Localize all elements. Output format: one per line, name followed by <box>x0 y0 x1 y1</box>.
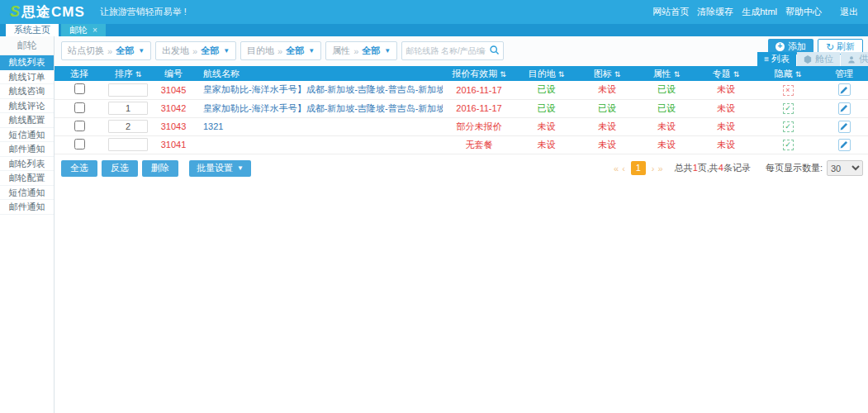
view-button-2[interactable]: 供应商 <box>841 52 868 66</box>
sort-icon[interactable]: ⇅ <box>135 70 142 78</box>
sort-input[interactable] <box>108 102 148 115</box>
sidebar-item-2[interactable]: 航线咨询 <box>0 84 54 99</box>
sidebar-item-8[interactable]: 邮轮配置 <box>0 171 54 186</box>
route-code: 31045 <box>161 85 187 95</box>
routes-table: 选择排序⇅编号航线名称报价有效期⇅目的地⇅图标⇅属性⇅专题⇅隐藏⇅管理 3104… <box>55 66 868 154</box>
sort-icon[interactable]: ⇅ <box>500 70 506 78</box>
tabstrip: 系统主页邮轮× <box>0 24 868 36</box>
filter-dropdown-3[interactable]: 属性»全部▼ <box>325 41 397 60</box>
chevron-down-icon: ▼ <box>384 47 391 55</box>
sidebar-item-6[interactable]: 邮件通知 <box>0 142 54 157</box>
sidebar-item-7[interactable]: 邮轮列表 <box>0 157 54 172</box>
per-page-select[interactable]: 30 <box>827 160 863 176</box>
column-header-6[interactable]: 图标⇅ <box>577 66 637 81</box>
sidebar-item-5[interactable]: 短信通知 <box>0 128 54 143</box>
sidebar-item-0[interactable]: 航线列表 <box>0 55 54 70</box>
batch-settings-button[interactable]: 批量设置▼ <box>189 160 251 177</box>
column-header-8[interactable]: 专题⇅ <box>696 66 756 81</box>
search-box <box>401 41 504 60</box>
filter-dropdown-0[interactable]: 站点切换»全部▼ <box>61 41 151 60</box>
edit-icon[interactable] <box>838 121 851 133</box>
column-header-7[interactable]: 属性⇅ <box>637 66 696 81</box>
sort-icon[interactable]: ⇅ <box>558 70 565 78</box>
current-page-button[interactable]: 1 <box>631 161 646 175</box>
sidebar-item-4[interactable]: 航线配置 <box>0 113 54 128</box>
table-row: 31042 皇家加勒比-海洋水手号】成都-新加坡-吉隆坡-普吉岛-新加坡-成都 … <box>55 99 868 117</box>
edit-icon[interactable] <box>838 83 851 96</box>
validity-value: 无套餐 <box>466 140 493 150</box>
view-button-0[interactable]: ≡列表 <box>757 52 796 66</box>
bulk-button-0[interactable]: 全选 <box>61 160 97 177</box>
next-page-button[interactable]: › <box>652 164 655 173</box>
sidebar-item-10[interactable]: 邮件通知 <box>0 200 54 215</box>
icon-status: 未设 <box>598 140 616 150</box>
search-icon[interactable] <box>489 45 500 58</box>
first-page-button[interactable]: « <box>614 164 619 173</box>
sort-input[interactable] <box>108 83 148 97</box>
tab-0[interactable]: 系统主页 <box>6 24 59 36</box>
topbar-link-4[interactable]: 退出 <box>840 6 858 18</box>
chevron-down-icon: ▼ <box>138 47 145 55</box>
edit-icon[interactable] <box>838 139 851 151</box>
topbar-link-3[interactable]: 帮助中心 <box>785 6 822 18</box>
sort-icon[interactable]: ⇅ <box>614 70 621 78</box>
topbar: S 思途CMS 让旅游营销轻而易举 ! 网站首页清除缓存生成html帮助中心退出 <box>0 0 868 24</box>
search-input[interactable] <box>402 46 489 55</box>
column-header-5[interactable]: 目的地⇅ <box>515 66 577 81</box>
sidebar-item-9[interactable]: 短信通知 <box>0 186 54 201</box>
destination-status: 未设 <box>538 140 556 150</box>
bulk-actions: 全选反选删除 <box>61 160 183 177</box>
logo-icon: S <box>10 3 21 21</box>
route-name-link[interactable]: 皇家加勒比-海洋水手号】成都-新加坡-吉隆坡-普吉岛-新加坡-成都 5晚6日游 <box>203 84 443 94</box>
destination-status: 未设 <box>538 121 556 131</box>
filter-dropdown-1[interactable]: 出发地»全部▼ <box>155 41 236 60</box>
view-button-1[interactable]: 舱位 <box>797 52 840 66</box>
topic-status: 未设 <box>717 84 735 94</box>
filter-dropdown-2[interactable]: 目的地»全部▼ <box>240 41 321 60</box>
edit-icon[interactable] <box>838 102 851 115</box>
table-row: 31043 1321 部分未报价 未设 未设 未设 未设 ✓ <box>55 117 868 135</box>
per-page-label: 每页显示数量: <box>766 162 823 174</box>
sidebar-item-3[interactable]: 航线评论 <box>0 99 54 114</box>
row-checkbox[interactable] <box>74 121 85 131</box>
sidebar-item-1[interactable]: 航线订单 <box>0 70 54 85</box>
column-header-1[interactable]: 排序⇅ <box>104 66 152 81</box>
hidden-check-icon[interactable]: ✓ <box>783 140 794 150</box>
hidden-x-icon[interactable]: × <box>783 85 794 96</box>
route-code: 31042 <box>161 103 187 113</box>
column-header-4[interactable]: 报价有效期⇅ <box>443 66 515 81</box>
column-header-9[interactable]: 隐藏⇅ <box>756 66 820 81</box>
sort-input[interactable] <box>108 120 148 133</box>
last-page-button[interactable]: » <box>658 164 663 173</box>
row-checkbox[interactable] <box>74 83 85 94</box>
table-footer: 全选反选删除 批量设置▼ « ‹ 1 › » 总共1页,共4条记录 每页显示数量… <box>55 160 868 177</box>
sort-icon[interactable]: ⇅ <box>795 70 802 78</box>
toolbar: 站点切换»全部▼出发地»全部▼目的地»全部▼属性»全部▼ +添加 ↻刷新 ≡列表… <box>55 36 868 66</box>
bulk-button-1[interactable]: 反选 <box>102 160 138 177</box>
sort-icon[interactable]: ⇅ <box>674 70 681 78</box>
topbar-link-1[interactable]: 清除缓存 <box>697 6 733 18</box>
destination-status: 已设 <box>538 103 556 113</box>
row-checkbox[interactable] <box>74 139 85 150</box>
topic-status: 未设 <box>717 103 735 113</box>
prev-page-button[interactable]: ‹ <box>622 164 625 173</box>
route-code: 31041 <box>161 140 187 150</box>
refresh-icon: ↻ <box>826 41 834 53</box>
validity-value: 部分未报价 <box>457 121 502 131</box>
attribute-status: 未设 <box>657 140 676 150</box>
bulk-button-2[interactable]: 删除 <box>142 160 178 177</box>
topic-status: 未设 <box>717 140 735 150</box>
topbar-link-2[interactable]: 生成html <box>742 6 777 18</box>
tab-1[interactable]: 邮轮× <box>61 24 106 36</box>
sort-input[interactable] <box>108 138 148 151</box>
row-checkbox[interactable] <box>74 102 85 113</box>
route-name-link[interactable]: 1321 <box>203 121 223 131</box>
sort-icon[interactable]: ⇅ <box>733 70 740 78</box>
main-layout: 邮轮 航线列表航线订单航线咨询航线评论航线配置短信通知邮件通知邮轮列表邮轮配置短… <box>0 36 868 413</box>
hidden-check-icon[interactable]: ✓ <box>783 103 794 114</box>
route-name-link[interactable]: 皇家加勒比-海洋水手号】成都-新加坡-吉隆坡-普吉岛-新加坡-成都 5晚6日游 <box>203 103 443 113</box>
close-icon[interactable]: × <box>92 26 97 35</box>
topbar-link-0[interactable]: 网站首页 <box>652 6 689 18</box>
hidden-check-icon[interactable]: ✓ <box>783 121 794 132</box>
attribute-status: 已设 <box>657 103 676 113</box>
